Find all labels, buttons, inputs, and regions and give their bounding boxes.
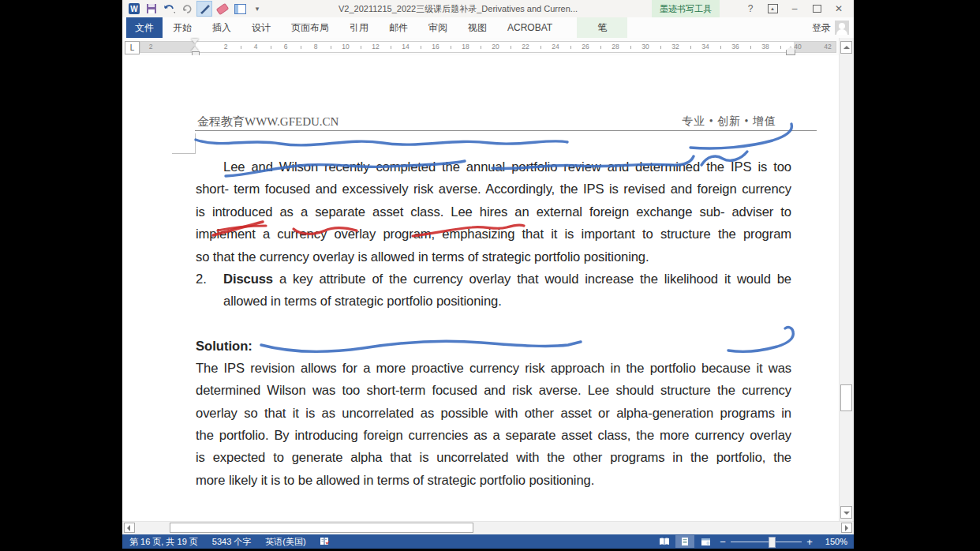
read-mode-icon[interactable] bbox=[655, 535, 674, 548]
solution-heading[interactable]: Solution: bbox=[196, 338, 252, 354]
zoom-slider[interactable] bbox=[731, 535, 802, 548]
question2-verb: Discuss bbox=[223, 272, 273, 287]
ruler-tick bbox=[391, 46, 391, 49]
document-page[interactable]: 金程教育WWW.GFEDU.CN 专业 • 创新 • 增值 Lee and Wi… bbox=[122, 55, 839, 521]
restore-icon[interactable] bbox=[806, 2, 827, 16]
ruler-tick bbox=[630, 46, 631, 49]
paragraph1-line3[interactable]: is introduced as a separate asset class.… bbox=[196, 204, 791, 223]
avatar-icon[interactable] bbox=[835, 21, 849, 35]
solution-line3[interactable]: overlay so that it is as uncorrelated as… bbox=[196, 405, 791, 424]
ribbon-tab-row: 文件 开始 插入 设计 页面布局 引用 邮件 审阅 视图 ACROBAT 笔 登… bbox=[122, 17, 854, 39]
ruler-number: 32 bbox=[668, 43, 683, 51]
ruler-tick bbox=[241, 46, 241, 49]
scroll-left-icon[interactable] bbox=[124, 523, 135, 533]
scroll-right-icon[interactable] bbox=[841, 523, 852, 533]
solution-line4[interactable]: the portfolio. By introducing foreign cu… bbox=[196, 427, 791, 446]
ruler-tick bbox=[481, 46, 481, 49]
page-header-right: 专业 • 创新 • 增值 bbox=[682, 114, 776, 129]
ruler-margin-number: 2 bbox=[143, 43, 159, 51]
question2-line1[interactable]: Discuss a key attribute of the currency … bbox=[223, 271, 791, 290]
tab-review[interactable]: 审阅 bbox=[418, 17, 458, 38]
close-icon[interactable]: ✕ bbox=[829, 2, 849, 16]
eraser-icon[interactable] bbox=[215, 2, 230, 16]
tab-file[interactable]: 文件 bbox=[126, 17, 163, 38]
undo-icon[interactable] bbox=[162, 2, 176, 16]
solution-line5[interactable]: is expected to generate alpha that is un… bbox=[196, 449, 791, 468]
horizontal-ruler[interactable]: 2 40 42 24681012141618202224262830323436… bbox=[140, 41, 836, 53]
zoom-slider-thumb[interactable] bbox=[769, 537, 776, 548]
language-indicator[interactable]: 英语(美国) bbox=[258, 536, 312, 548]
tab-design[interactable]: 设计 bbox=[241, 17, 281, 38]
ruler-number: 26 bbox=[578, 43, 593, 51]
ruler-tick bbox=[331, 46, 331, 49]
tab-references[interactable]: 引用 bbox=[339, 17, 379, 38]
save-icon[interactable] bbox=[144, 2, 159, 16]
ruler-number: 16 bbox=[428, 43, 443, 51]
ruler-tick bbox=[301, 46, 301, 49]
solution-line1[interactable]: The IPS revision allows for a more proac… bbox=[196, 360, 791, 379]
qat-dropdown-icon[interactable]: ▾ bbox=[250, 2, 264, 16]
help-icon[interactable]: ? bbox=[740, 2, 761, 16]
horizontal-scrollbar-thumb[interactable] bbox=[170, 523, 473, 533]
minimize-icon[interactable]: – bbox=[784, 2, 805, 16]
paragraph1-line1[interactable]: Lee and Wilson recently completed the an… bbox=[196, 159, 791, 178]
zoom-out-button[interactable]: − bbox=[716, 536, 729, 548]
ruler-number: 38 bbox=[757, 43, 773, 51]
ruler-number: 8 bbox=[308, 43, 324, 51]
ruler-number: 6 bbox=[278, 43, 294, 51]
sign-in[interactable]: 登录 bbox=[812, 17, 854, 38]
question2-line2[interactable]: allowed in terms of strategic portfolio … bbox=[223, 293, 791, 312]
tab-mailings[interactable]: 邮件 bbox=[379, 17, 418, 38]
status-bar: 第 16 页, 共 19 页 5343 个字 英语(美国) − + 150% bbox=[122, 534, 854, 549]
print-layout-icon[interactable] bbox=[675, 535, 694, 548]
ruler-tick bbox=[600, 46, 601, 49]
ribbon-options-icon[interactable]: ▴ bbox=[762, 2, 783, 16]
ruler-number: 2 bbox=[218, 43, 234, 51]
tab-home[interactable]: 开始 bbox=[163, 17, 202, 38]
tab-selector[interactable]: L bbox=[125, 41, 140, 54]
tab-insert[interactable]: 插入 bbox=[202, 17, 241, 38]
margin-crop-mark bbox=[195, 133, 196, 153]
ruler-number: 22 bbox=[518, 43, 533, 51]
ink-tools-contextual-tab[interactable]: 墨迹书写工具 bbox=[652, 0, 720, 17]
ruler-number: 4 bbox=[248, 43, 264, 51]
vertical-scrollbar[interactable] bbox=[839, 38, 854, 521]
first-line-indent-marker[interactable] bbox=[191, 39, 199, 43]
ruler-tick bbox=[451, 46, 451, 49]
word-window: W ▾ V2_20211215_2022三级课后题补录_Derivatives … bbox=[122, 0, 854, 549]
scroll-up-icon[interactable] bbox=[840, 41, 852, 54]
paragraph1-line5[interactable]: so that the currency overlay is allowed … bbox=[196, 249, 791, 268]
ruler-number: 20 bbox=[488, 43, 503, 51]
tab-view[interactable]: 视图 bbox=[458, 17, 497, 38]
redo-icon[interactable] bbox=[179, 2, 193, 16]
word-count[interactable]: 5343 个字 bbox=[205, 536, 259, 548]
page-indicator[interactable]: 第 16 页, 共 19 页 bbox=[122, 536, 205, 548]
tab-acrobat[interactable]: ACROBAT bbox=[497, 17, 563, 38]
paragraph1-line4[interactable]: implement a currency overlay program, em… bbox=[196, 226, 791, 245]
solution-line6[interactable]: more likely it is to be allowed in terms… bbox=[196, 472, 791, 491]
word-logo-icon[interactable]: W bbox=[127, 2, 141, 16]
paragraph1-line2[interactable]: short- term focused and excessively risk… bbox=[196, 181, 791, 200]
solution-line2[interactable]: determined Wilson was too short-term foc… bbox=[196, 382, 791, 401]
header-rule bbox=[195, 130, 817, 131]
list-item-number[interactable]: 2. bbox=[196, 271, 219, 287]
margin-crop-mark bbox=[172, 153, 196, 154]
zoom-in-button[interactable]: + bbox=[803, 536, 816, 548]
title-bar: W ▾ V2_20211215_2022三级课后题补录_Derivatives … bbox=[122, 0, 854, 17]
scroll-down-icon[interactable] bbox=[840, 506, 852, 519]
zoom-level[interactable]: 150% bbox=[817, 537, 851, 546]
ruler-tick bbox=[421, 46, 421, 49]
ruler-tick bbox=[271, 46, 271, 49]
tab-pen[interactable]: 笔 bbox=[577, 17, 627, 38]
proofing-icon[interactable] bbox=[313, 537, 336, 546]
ink-pen-icon[interactable] bbox=[196, 1, 212, 17]
page-layout-icon[interactable] bbox=[233, 2, 247, 16]
tab-page-layout[interactable]: 页面布局 bbox=[281, 17, 339, 38]
window-controls: ? ▴ – ✕ bbox=[720, 2, 854, 16]
ruler-number: 36 bbox=[728, 43, 743, 51]
question2-text: a key attribute of the currency overlay … bbox=[273, 272, 791, 287]
web-layout-icon[interactable] bbox=[696, 535, 715, 548]
sign-in-label: 登录 bbox=[812, 21, 831, 35]
vertical-scrollbar-thumb[interactable] bbox=[840, 384, 852, 411]
ruler-number: 30 bbox=[638, 43, 653, 51]
